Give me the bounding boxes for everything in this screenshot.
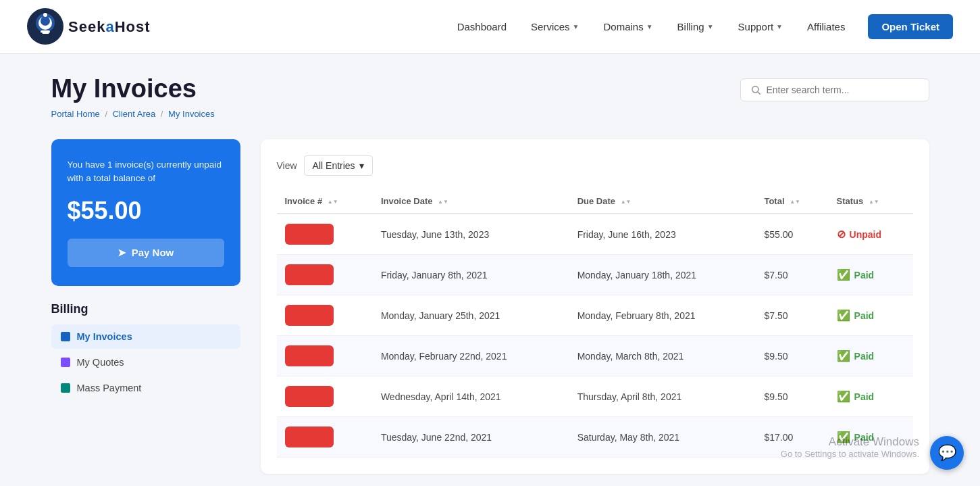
due-date-cell: Monday, March 8th, 2021 [569, 336, 756, 376]
view-select-dropdown[interactable]: All Entries ▾ [304, 155, 373, 176]
balance-amount: $55.00 [68, 197, 224, 225]
invoice-num-button[interactable] [285, 264, 334, 285]
invoice-num-button[interactable] [285, 305, 334, 326]
domains-chevron-icon: ▼ [646, 23, 653, 30]
arrow-right-icon: ➤ [118, 247, 126, 259]
due-date-cell: Friday, June 16th, 2023 [569, 214, 756, 255]
chat-bubble-button[interactable]: 💬 [930, 436, 964, 470]
sidebar-item-mass-payment[interactable]: Mass Payment [51, 376, 240, 400]
sidebar-item-my-invoices-label: My Invoices [77, 331, 132, 342]
status-cell: ✅Paid [829, 295, 913, 336]
invoice-num-button[interactable] [285, 345, 334, 366]
billing-section-title: Billing [51, 302, 240, 316]
balance-card: You have 1 invoice(s) currently unpaid w… [51, 139, 240, 286]
paid-icon: ✅ [837, 349, 850, 362]
svg-point-8 [43, 13, 47, 17]
my-invoices-icon [61, 332, 70, 341]
total-cell: $9.50 [756, 376, 828, 417]
page-title: My Invoices [51, 74, 215, 103]
svg-point-9 [752, 87, 758, 93]
table-row: Tuesday, June 13th, 2023 Friday, June 16… [277, 214, 913, 255]
total-cell: $7.50 [756, 255, 828, 295]
table-row: Monday, February 22nd, 2021 Monday, Marc… [277, 336, 913, 376]
search-input[interactable] [767, 84, 919, 95]
billing-chevron-icon: ▼ [707, 23, 714, 30]
status-cell: ✅Paid [829, 255, 913, 295]
page-wrapper: My Invoices Portal Home / Client Area / … [24, 54, 956, 486]
breadcrumb-sep-2: / [161, 109, 163, 119]
page-header: My Invoices Portal Home / Client Area / … [51, 74, 929, 119]
invoice-num-button[interactable] [285, 386, 334, 407]
invoice-date-cell: Tuesday, June 13th, 2023 [373, 214, 569, 255]
status-sort-icon: ▲▼ [869, 199, 879, 205]
paid-icon: ✅ [837, 431, 850, 443]
view-select-chevron-icon: ▾ [359, 160, 364, 171]
invoice-num-cell [277, 214, 373, 255]
breadcrumb-portal-home[interactable]: Portal Home [51, 109, 100, 119]
sidebar-item-my-quotes[interactable]: My Quotes [51, 350, 240, 374]
invoice-num-cell [277, 376, 373, 417]
invoice-num-cell [277, 255, 373, 295]
invoice-date-cell: Tuesday, June 22nd, 2021 [373, 417, 569, 458]
nav-services[interactable]: Services ▼ [521, 16, 588, 38]
status-badge: ✅Paid [837, 431, 905, 443]
seekahost-logo-icon [27, 8, 64, 45]
breadcrumb-client-area[interactable]: Client Area [113, 109, 156, 119]
mass-payment-icon [61, 383, 70, 393]
total-cell: $55.00 [756, 214, 828, 255]
due-date-cell: Monday, January 18th, 2021 [569, 255, 756, 295]
search-box [740, 78, 929, 101]
col-invoice-num: Invoice # ▲▼ [277, 189, 373, 214]
nav-dashboard[interactable]: Dashboard [448, 16, 516, 38]
status-cell: ✅Paid [829, 336, 913, 376]
invoice-num-cell [277, 336, 373, 376]
logo-area[interactable]: SeekaHost [27, 8, 151, 45]
open-ticket-button[interactable]: Open Ticket [868, 14, 953, 39]
table-wrapper: Invoice # ▲▼ Invoice Date ▲▼ Due Date ▲▼ [277, 189, 913, 458]
sidebar-item-my-quotes-label: My Quotes [77, 357, 124, 368]
header: SeekaHost Dashboard Services ▼ Domains ▼… [0, 0, 980, 54]
invoice-num-sort-icon: ▲▼ [328, 199, 338, 205]
sidebar-menu: My Invoices My Quotes Mass Payment [51, 324, 240, 400]
invoice-num-cell [277, 417, 373, 458]
svg-rect-5 [40, 32, 43, 38]
due-date-sort-icon: ▲▼ [621, 199, 631, 205]
table-row: Monday, January 25th, 2021 Monday, Febru… [277, 295, 913, 336]
nav-affiliates[interactable]: Affiliates [798, 16, 854, 38]
pay-now-button[interactable]: ➤ Pay Now [68, 239, 224, 267]
col-status: Status ▲▼ [829, 189, 913, 214]
nav-domains[interactable]: Domains ▼ [594, 16, 663, 38]
table-row: Tuesday, June 22nd, 2021 Saturday, May 8… [277, 417, 913, 458]
unpaid-icon: ⊘ [837, 228, 846, 241]
invoice-num-button[interactable] [285, 427, 334, 447]
page-title-area: My Invoices Portal Home / Client Area / … [51, 74, 215, 119]
total-cell: $17.00 [756, 417, 828, 458]
status-badge: ✅Paid [837, 309, 905, 322]
support-chevron-icon: ▼ [776, 23, 783, 30]
paid-icon: ✅ [837, 390, 850, 403]
breadcrumb-sep-1: / [105, 109, 107, 119]
paid-icon: ✅ [837, 268, 850, 281]
invoice-date-cell: Friday, January 8th, 2021 [373, 255, 569, 295]
main-nav: Dashboard Services ▼ Domains ▼ Billing ▼… [448, 14, 953, 39]
breadcrumb: Portal Home / Client Area / My Invoices [51, 109, 215, 119]
balance-message: You have 1 invoice(s) currently unpaid w… [68, 158, 224, 186]
breadcrumb-my-invoices[interactable]: My Invoices [168, 109, 215, 119]
services-chevron-icon: ▼ [573, 23, 579, 30]
total-sort-icon: ▲▼ [790, 199, 800, 205]
invoice-date-cell: Monday, January 25th, 2021 [373, 295, 569, 336]
view-row: View All Entries ▾ [277, 155, 913, 176]
invoice-date-cell: Monday, February 22nd, 2021 [373, 336, 569, 376]
table-row: Wednesday, April 14th, 2021 Thursday, Ap… [277, 376, 913, 417]
col-invoice-date: Invoice Date ▲▼ [373, 189, 569, 214]
invoice-num-button[interactable] [285, 224, 334, 245]
status-cell: ⊘Unpaid [829, 214, 913, 255]
pay-now-label: Pay Now [132, 247, 174, 258]
sidebar-item-my-invoices[interactable]: My Invoices [51, 324, 240, 349]
nav-billing[interactable]: Billing ▼ [668, 16, 723, 38]
status-cell: ✅Paid [829, 376, 913, 417]
logo-text: SeekaHost [68, 18, 151, 36]
status-cell: ✅Paid [829, 417, 913, 458]
table-row: Friday, January 8th, 2021 Monday, Januar… [277, 255, 913, 295]
nav-support[interactable]: Support ▼ [729, 16, 792, 38]
